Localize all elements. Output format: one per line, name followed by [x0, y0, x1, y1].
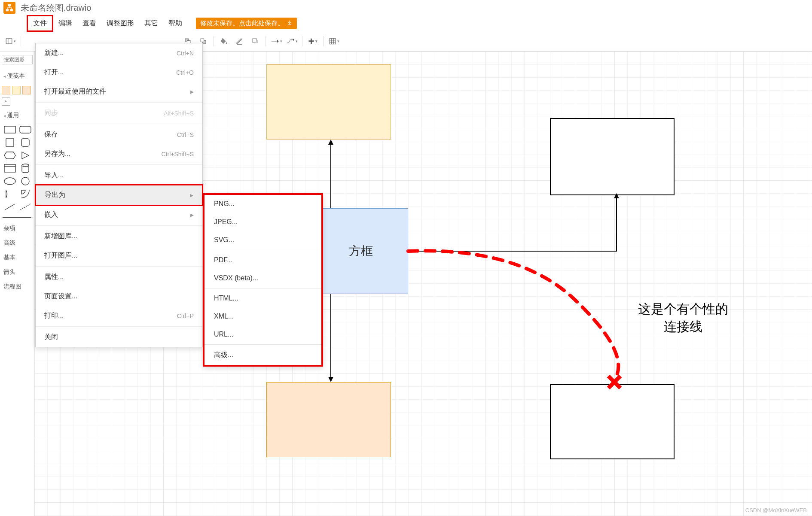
export-jpeg[interactable]: JPEG...	[205, 213, 321, 231]
shape-container-icon[interactable]	[3, 163, 16, 173]
sidebar-section-misc[interactable]: 杂项	[2, 221, 32, 236]
app-logo-icon	[3, 2, 15, 14]
arrow-up[interactable]	[327, 140, 335, 208]
menu-view[interactable]: 查看	[77, 16, 101, 30]
export-pdf[interactable]: PDF...	[205, 251, 321, 269]
menu-help[interactable]: 帮助	[163, 16, 187, 30]
shape-hexagon-icon[interactable]	[3, 150, 16, 161]
shape-dashline-icon[interactable]	[19, 202, 32, 212]
svg-marker-31	[328, 140, 333, 145]
banner-text: 修改未保存。点击此处保存。	[200, 19, 284, 27]
palette-swatch-icon[interactable]	[12, 86, 21, 94]
shape-triangle-icon[interactable]	[19, 150, 32, 161]
export-svg[interactable]: SVG...	[205, 231, 321, 249]
export-advanced[interactable]: 高级...	[205, 346, 321, 365]
svg-rect-20	[21, 139, 29, 146]
waypoint-button[interactable]	[285, 34, 299, 48]
menu-bar: 文件 编辑 查看 调整图形 其它 帮助 修改未保存。点击此处保存。	[0, 15, 812, 31]
sidebar-section-arrow[interactable]: 箭头	[2, 265, 32, 279]
dashed-curve-connector[interactable]	[408, 245, 627, 391]
svg-marker-22	[22, 152, 29, 159]
title-bar: 未命名绘图.drawio	[0, 0, 812, 15]
file-menu-embed[interactable]: 嵌入▸	[36, 205, 202, 225]
shape-roundrect-icon[interactable]	[19, 124, 32, 135]
svg-marker-21	[4, 152, 15, 159]
submenu-arrow-icon: ▸	[190, 88, 194, 96]
sidebar-section-flowchart[interactable]: 流程图	[2, 279, 32, 294]
shape-line-icon[interactable]	[3, 202, 16, 212]
search-shapes-input[interactable]	[2, 55, 33, 64]
connection-button[interactable]	[269, 34, 283, 48]
sidebar-section-scratchpad[interactable]: 便笺本	[2, 69, 32, 83]
palette-swatch-icon[interactable]	[22, 86, 31, 94]
file-menu-sync: 同步Alt+Shift+S	[36, 103, 202, 123]
shape-ellipse-icon[interactable]	[3, 176, 16, 186]
file-menu-save-as[interactable]: 另存为...Ctrl+Shift+S	[36, 144, 202, 164]
shape-rect-icon[interactable]	[3, 124, 16, 135]
fill-color-button[interactable]	[217, 34, 231, 48]
left-sidebar: 便笺本 Ex 通用 杂项 高级 基本 箭头 流程图	[0, 52, 34, 516]
export-png[interactable]: PNG...	[205, 195, 321, 213]
file-menu-open-recent[interactable]: 打开最近使用的文件▸	[36, 82, 202, 101]
file-menu-save[interactable]: 保存Ctrl+S	[36, 125, 202, 144]
file-menu-export-as[interactable]: 导出为▸	[36, 185, 202, 205]
file-menu-open[interactable]: 打开...Ctrl+O	[36, 63, 202, 82]
submenu-arrow-icon: ▸	[190, 191, 193, 199]
svg-rect-3	[6, 39, 12, 44]
line-color-button[interactable]	[233, 34, 247, 48]
sidebar-toggle-button[interactable]	[3, 34, 17, 48]
export-vsdx[interactable]: VSDX (beta)...	[205, 269, 321, 287]
menu-file[interactable]: 文件	[27, 15, 53, 32]
document-title[interactable]: 未命名绘图.drawio	[21, 2, 91, 14]
shape-circle-icon[interactable]	[19, 176, 32, 186]
file-menu-print[interactable]: 打印...Ctrl+P	[36, 306, 202, 325]
download-icon	[287, 20, 293, 27]
canvas-shape-orange[interactable]	[266, 382, 391, 457]
watermark-text: CSDN @MoXinXueWEB	[745, 507, 807, 513]
unsaved-changes-banner[interactable]: 修改未保存。点击此处保存。	[196, 18, 297, 29]
shape-roundsquare-icon[interactable]	[19, 137, 32, 148]
sidebar-section-advanced[interactable]: 高级	[2, 236, 32, 250]
insert-button[interactable]: +	[306, 34, 320, 48]
menu-edit[interactable]: 编辑	[53, 16, 77, 30]
svg-rect-1	[6, 9, 9, 11]
shape-cylinder-icon[interactable]	[19, 163, 32, 173]
palette-swatch-icon[interactable]	[2, 86, 10, 94]
file-menu-import[interactable]: 导入...	[36, 166, 202, 185]
file-menu-dropdown: 新建...Ctrl+N 打开...Ctrl+O 打开最近使用的文件▸ 同步Alt…	[35, 43, 203, 347]
example-thumb-icon[interactable]: Ex	[2, 97, 10, 106]
svg-rect-23	[4, 164, 15, 172]
sidebar-section-basic[interactable]: 基本	[2, 250, 32, 265]
canvas-shape-blue[interactable]: 方框	[314, 208, 408, 294]
scratchpad-palette	[2, 86, 32, 94]
shape-square-icon[interactable]	[3, 137, 16, 148]
shape-halfcircle-icon[interactable]	[3, 189, 16, 199]
export-html[interactable]: HTML...	[205, 289, 321, 307]
file-menu-open-library[interactable]: 打开图库...	[36, 246, 202, 265]
canvas-shape-white-top[interactable]	[550, 118, 675, 195]
shadow-button[interactable]	[248, 34, 262, 48]
file-menu-close[interactable]: 关闭	[36, 328, 202, 347]
file-menu-new-library[interactable]: 新增图库...	[36, 227, 202, 246]
file-menu-properties[interactable]: 属性...	[36, 267, 202, 287]
sidebar-section-general[interactable]: 通用	[2, 108, 32, 123]
shape-palette	[2, 123, 32, 214]
arrow-down[interactable]	[327, 294, 335, 382]
submenu-arrow-icon: ▸	[190, 211, 194, 219]
canvas-shape-white-bottom[interactable]	[550, 384, 675, 459]
export-xml[interactable]: XML...	[205, 307, 321, 325]
menu-arrange[interactable]: 调整图形	[101, 16, 139, 30]
file-menu-new[interactable]: 新建...Ctrl+N	[36, 43, 202, 63]
svg-marker-33	[328, 377, 333, 382]
svg-rect-12	[330, 38, 336, 44]
svg-rect-19	[6, 139, 14, 146]
svg-rect-17	[4, 126, 15, 133]
shape-quartercircle-icon[interactable]	[19, 189, 32, 199]
menu-extras[interactable]: 其它	[139, 16, 163, 30]
svg-point-25	[22, 164, 29, 167]
export-url[interactable]: URL...	[205, 325, 321, 343]
svg-point-26	[4, 178, 15, 185]
table-button[interactable]	[327, 34, 341, 48]
file-menu-page-setup[interactable]: 页面设置...	[36, 287, 202, 306]
canvas-shape-yellow[interactable]	[266, 64, 391, 140]
